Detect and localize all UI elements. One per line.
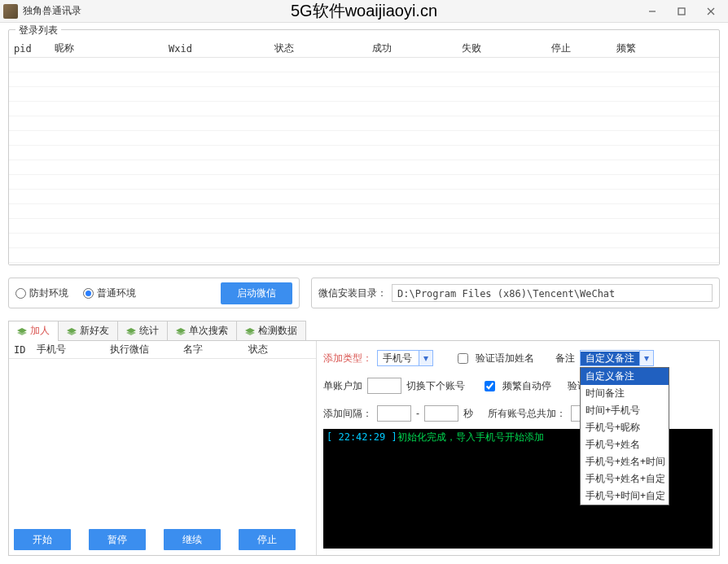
mid-bar: 防封环境 普通环境 启动微信 微信安装目录： D:\Program Files … — [8, 277, 720, 309]
tab-3[interactable]: 单次搜索 — [167, 321, 237, 340]
tab-label: 检测数据 — [258, 324, 297, 338]
add-type-label: 添加类型： — [323, 352, 372, 365]
table-row — [9, 116, 719, 131]
stop-button[interactable]: 停止 — [239, 529, 296, 550]
pause-button[interactable]: 暂停 — [89, 529, 146, 550]
radio-normal-label: 普通环境 — [97, 286, 136, 300]
app-icon — [3, 4, 18, 19]
table-row — [9, 87, 719, 102]
second-label: 秒 — [463, 407, 473, 421]
table-row — [9, 72, 719, 87]
table-row — [9, 146, 719, 160]
interval-to-input[interactable] — [424, 405, 458, 422]
window-title: 独角兽通讯录 — [23, 4, 81, 18]
log-message: 初始化完成，导入手机号开始添加 — [397, 431, 544, 443]
launch-wechat-button[interactable]: 启动微信 — [221, 282, 292, 304]
login-list-group: 登录列表 pid昵称Wxid状态成功失败停止频繁 — [8, 29, 720, 265]
close-button[interactable] — [697, 2, 725, 20]
freq-stop-checkbox[interactable] — [485, 381, 495, 391]
login-col-6[interactable]: 停止 — [546, 42, 612, 55]
stack-icon — [245, 327, 255, 335]
switch-label: 切换下个账号 — [406, 379, 465, 393]
tab-2[interactable]: 统计 — [117, 321, 168, 340]
left-col-1[interactable]: 手机号 — [32, 343, 105, 356]
left-table-header: ID手机号执行微信名字状态 — [9, 341, 316, 359]
left-col-0[interactable]: ID — [9, 344, 32, 356]
table-row — [9, 131, 719, 146]
radio-normal[interactable]: 普通环境 — [83, 286, 136, 300]
remark-option[interactable]: 手机号+姓名+时间 — [581, 453, 669, 470]
table-row — [9, 219, 719, 234]
login-col-1[interactable]: 昵称 — [50, 42, 164, 55]
table-row — [9, 248, 719, 263]
remark-option[interactable]: 时间+手机号 — [581, 402, 669, 419]
login-list-legend: 登录列表 — [15, 24, 61, 37]
remark-option[interactable]: 自定义备注 — [581, 368, 669, 385]
install-path-label: 微信安装目录： — [318, 286, 387, 300]
remark-label: 备注 — [555, 352, 575, 365]
single-add-label: 单账户加 — [323, 379, 362, 393]
chevron-down-icon: ▾ — [639, 351, 653, 365]
log-timestamp: [ 22:42:29 ] — [327, 431, 397, 443]
maximize-button[interactable] — [668, 2, 695, 20]
login-table-body[interactable] — [9, 58, 719, 265]
left-pane: ID手机号执行微信名字状态 开始 暂停 继续 停止 — [9, 341, 317, 555]
login-col-7[interactable]: 频繁 — [612, 42, 693, 55]
install-path-input[interactable]: D:\Program Files (x86)\Tencent\WeChat — [392, 284, 713, 302]
tab-label: 新好友 — [80, 324, 109, 338]
remark-option[interactable]: 手机号+姓名 — [581, 436, 669, 453]
interval-sep: - — [416, 408, 419, 419]
install-path-panel: 微信安装目录： D:\Program Files (x86)\Tencent\W… — [311, 278, 720, 308]
interval-label: 添加间隔： — [323, 407, 372, 421]
remark-option[interactable]: 时间备注 — [581, 385, 669, 402]
minimize-button[interactable] — [638, 2, 666, 20]
verify-name-label: 验证语加姓名 — [476, 352, 534, 365]
login-table-header: pid昵称Wxid状态成功失败停止频繁 — [9, 40, 719, 58]
title-bar: 独角兽通讯录 5G软件woaijiaoyi.cn — [0, 0, 728, 23]
watermark-text: 5G软件woaijiaoyi.cn — [291, 0, 437, 22]
remark-option[interactable]: 手机号+昵称 — [581, 419, 669, 436]
single-add-input[interactable] — [367, 378, 401, 394]
login-col-5[interactable]: 失败 — [457, 42, 546, 55]
add-type-select[interactable]: 手机号 ▾ — [377, 350, 433, 366]
verify-name-checkbox[interactable] — [458, 353, 468, 364]
remark-option[interactable]: 手机号+时间+自定 — [581, 487, 669, 505]
login-col-4[interactable]: 成功 — [367, 42, 457, 55]
table-row — [9, 204, 719, 219]
remark-value: 自定义备注 — [581, 352, 639, 365]
radio-antiblock[interactable]: 防封环境 — [15, 286, 68, 300]
interval-from-input[interactable] — [377, 405, 411, 422]
resume-button[interactable]: 继续 — [164, 529, 221, 550]
stack-icon — [126, 327, 136, 335]
remark-select[interactable]: 自定义备注 ▾ 自定义备注时间备注时间+手机号手机号+昵称手机号+姓名手机号+姓… — [580, 350, 654, 366]
right-pane: 添加类型： 手机号 ▾ 验证语加姓名 备注 自定义备注 ▾ 自定义备注时间备注时… — [317, 341, 719, 555]
login-col-3[interactable]: 状态 — [270, 42, 367, 55]
window-controls — [638, 0, 725, 22]
remark-option[interactable]: 手机号+姓名+自定 — [581, 470, 669, 487]
table-row — [9, 102, 719, 116]
action-button-row: 开始 暂停 继续 停止 — [9, 524, 316, 555]
login-col-0[interactable]: pid — [9, 43, 50, 55]
start-button[interactable]: 开始 — [14, 529, 71, 550]
left-col-4[interactable]: 状态 — [243, 343, 300, 356]
table-row — [9, 190, 719, 204]
table-row — [9, 160, 719, 175]
left-table-body[interactable] — [9, 359, 316, 524]
tab-body: ID手机号执行微信名字状态 开始 暂停 继续 停止 添加类型： 手机号 ▾ 验证… — [8, 341, 720, 556]
left-col-3[interactable]: 名字 — [178, 343, 243, 356]
freq-stop-label: 频繁自动停 — [502, 379, 551, 393]
tab-0[interactable]: 加人 — [8, 321, 59, 340]
tab-1[interactable]: 新好友 — [58, 321, 118, 340]
form-row-1: 添加类型： 手机号 ▾ 验证语加姓名 备注 自定义备注 ▾ 自定义备注时间备注时… — [323, 346, 713, 370]
stack-icon — [17, 327, 27, 335]
tab-4[interactable]: 检测数据 — [236, 321, 306, 340]
total-label: 所有账号总共加： — [488, 407, 566, 421]
svg-rect-1 — [678, 8, 685, 15]
add-type-value: 手机号 — [378, 352, 419, 365]
environment-panel: 防封环境 普通环境 启动微信 — [8, 278, 300, 308]
stack-icon — [67, 327, 77, 335]
stack-icon — [176, 327, 186, 335]
tab-label: 统计 — [139, 324, 159, 338]
login-col-2[interactable]: Wxid — [164, 43, 270, 55]
left-col-2[interactable]: 执行微信 — [105, 343, 178, 356]
